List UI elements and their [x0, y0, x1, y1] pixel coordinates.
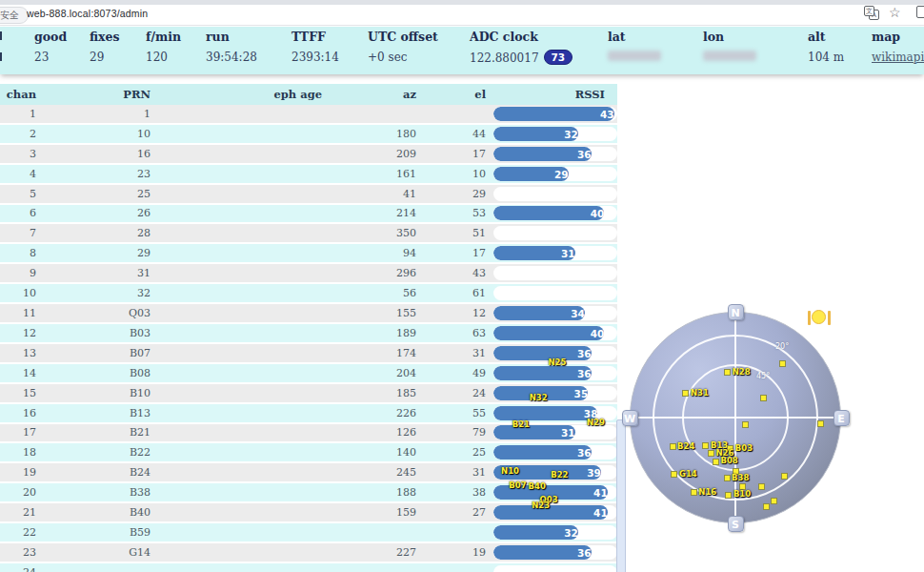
cell-prn: B24	[36, 464, 151, 480]
cell-az: 126	[322, 424, 416, 440]
satellite-label: B24	[677, 441, 694, 451]
stat-value: 2393:14	[291, 51, 339, 64]
rssi-track: 40	[493, 326, 617, 340]
table-row: 18B221402536	[0, 443, 617, 463]
table-row: 21B401592741	[0, 503, 617, 523]
stat-label: ADC clock	[470, 30, 538, 44]
satellite-label: N32	[530, 393, 548, 402]
cell-az: 350	[322, 225, 416, 241]
cell-rssi: 29	[486, 167, 617, 181]
cell-az: 209	[322, 146, 416, 162]
star-icon[interactable]: ☆	[889, 6, 901, 19]
cell-az: 226	[322, 405, 416, 421]
cell-chan: 6	[0, 205, 36, 221]
stat-label: TTFF	[291, 30, 326, 44]
stat-value: 39:54:28	[206, 51, 257, 64]
cell-chan: 21	[0, 504, 36, 521]
cell-rssi: 36	[486, 366, 617, 380]
cell-az: 245	[322, 464, 416, 480]
col-header-az: az	[322, 88, 416, 101]
rssi-bar: 31	[493, 246, 575, 260]
rssi-bar: 38	[493, 406, 597, 420]
cell-el: 53	[416, 205, 486, 221]
ring-label-45: 45°	[756, 372, 770, 380]
security-chip[interactable]: 不安全	[0, 7, 29, 24]
satellite-marker	[781, 473, 788, 480]
cell-az: 185	[322, 385, 416, 401]
compass-south: S	[728, 516, 744, 532]
cell-el: 44	[416, 126, 486, 142]
ring-label-20: 20°	[775, 342, 789, 351]
satellite-marker	[708, 450, 714, 457]
rssi-track: 40	[493, 206, 617, 220]
cell-chan: 2	[0, 126, 36, 142]
satellite-label: B03	[735, 443, 753, 453]
stat-label: map	[872, 30, 900, 44]
cell-rssi: 32	[486, 127, 617, 141]
table-header-row: chan PRN eph age az el RSSI	[0, 84, 617, 105]
browser-chrome: 不安全 web-888.local:8073/admin A 文 ☆	[0, 0, 924, 26]
url-input[interactable]: web-888.local:8073/admin	[27, 8, 148, 19]
cell-rssi	[486, 226, 617, 240]
table-row: 72835051	[0, 224, 617, 244]
cell-prn: B21	[36, 424, 151, 440]
col-header-rssi: RSSI	[486, 88, 617, 101]
redacted-value	[608, 51, 661, 61]
rssi-track: 36	[493, 445, 617, 460]
cell-rssi: 34	[486, 306, 617, 320]
cell-chan: 19	[0, 464, 36, 480]
cell-chan: 9	[0, 265, 36, 281]
satellite-label: B07	[509, 480, 526, 490]
cell-prn: B22	[36, 444, 151, 460]
stat-value: 122.88001773	[470, 51, 572, 66]
satellite-marker	[725, 492, 732, 499]
cell-el: 24	[416, 385, 486, 401]
cell-el: 29	[416, 186, 486, 202]
rssi-bar: 36	[493, 545, 592, 560]
satellite-marker	[763, 503, 770, 510]
map-link[interactable]: wikimapia.c	[872, 51, 924, 64]
cell-chan: 1	[0, 106, 36, 122]
rssi-track: 41	[493, 505, 617, 520]
rssi-track: 43	[493, 107, 617, 121]
cell-prn: 32	[36, 285, 151, 301]
satellite-table: chan PRN eph age az el RSSI 114321018044…	[0, 84, 617, 572]
cell-el: 51	[416, 225, 486, 241]
side-panel-icon[interactable]	[916, 6, 924, 18]
rssi-bar: 36	[493, 445, 592, 460]
table-row: 1143	[0, 105, 617, 125]
satellite-marker	[724, 475, 731, 481]
stat-value	[608, 51, 661, 64]
rssi-track: 36	[493, 366, 617, 380]
rssi-track	[493, 266, 617, 280]
clipped-column-sliver	[0, 52, 2, 61]
table-row: 12B031896340	[0, 324, 617, 344]
satellite-label: N10	[501, 466, 519, 476]
table-row: 829941731	[0, 244, 617, 264]
rssi-track	[493, 286, 617, 300]
rssi-track: 35	[493, 386, 617, 400]
cell-prn: Q03	[36, 305, 151, 321]
rssi-track: 32	[493, 525, 617, 540]
cell-rssi: 36	[486, 545, 617, 560]
cell-chan: 12	[0, 325, 36, 341]
cell-prn: 10	[36, 126, 151, 142]
satellite-label: B38	[732, 473, 749, 482]
cell-prn: B59	[36, 524, 151, 541]
rssi-bar: 29	[493, 167, 569, 181]
cell-rssi: 32	[486, 525, 617, 540]
rssi-track	[493, 187, 617, 201]
translate-icon[interactable]: A 文	[864, 6, 878, 19]
cell-rssi: 35	[486, 386, 617, 400]
cell-chan: 18	[0, 444, 36, 460]
cell-prn: B13	[36, 405, 151, 421]
rssi-track: 32	[493, 127, 617, 141]
cell-prn: B07	[36, 345, 151, 361]
table-scrollbar-thumb[interactable]	[616, 419, 626, 572]
cell-prn: 23	[36, 166, 151, 182]
cell-el: 38	[416, 484, 486, 500]
cell-prn: 16	[36, 146, 151, 162]
satellite-label: G14	[679, 469, 697, 479]
cell-prn: 26	[36, 205, 151, 221]
cell-chan: 10	[0, 285, 36, 301]
